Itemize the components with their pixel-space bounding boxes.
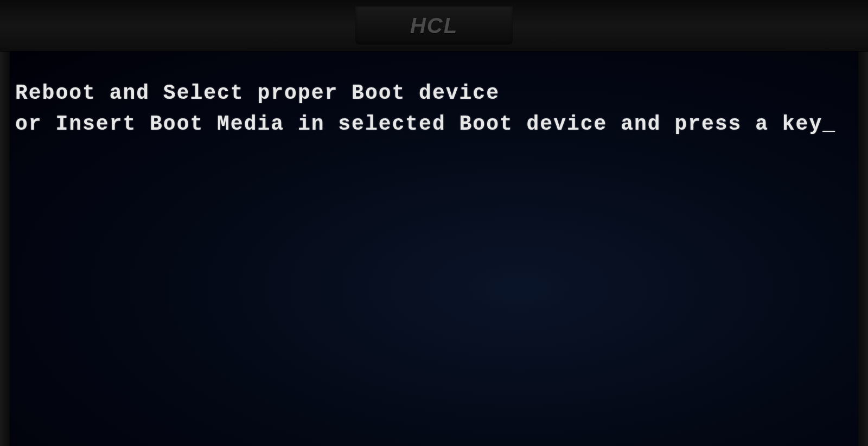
bezel-right [858, 52, 868, 446]
bios-line-2: or Insert Boot Media in selected Boot de… [15, 112, 822, 136]
monitor-frame: HCL Reboot and Select proper Boot device… [0, 0, 868, 446]
bios-line-1: Reboot and Select proper Boot device [15, 81, 500, 105]
screen-area[interactable]: Reboot and Select proper Boot device or … [10, 52, 858, 446]
bios-error-message: Reboot and Select proper Boot device or … [15, 78, 836, 139]
monitor-logo-plate: HCL [355, 7, 513, 44]
text-cursor-icon: _ [822, 109, 836, 139]
bezel-left [0, 52, 10, 446]
monitor-bezel: HCL [0, 0, 868, 52]
monitor-brand-logo: HCL [410, 14, 458, 38]
